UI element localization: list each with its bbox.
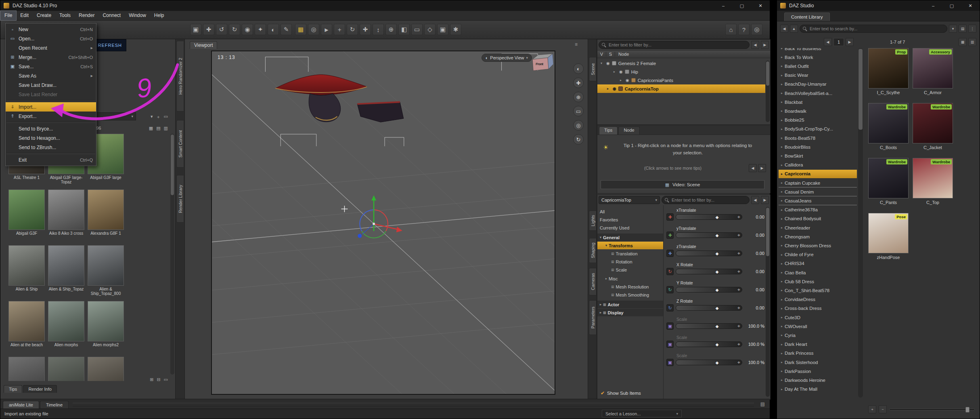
folder-blackbat[interactable]: ▸Blackbat <box>779 98 857 106</box>
param-group-favorites[interactable]: Favorites <box>597 216 663 223</box>
folder-boudoirbliss[interactable]: ▸BoudoirBliss <box>779 143 857 151</box>
file-menu-item-merge[interactable]: ⊞Merge...Ctrl+Shift+O <box>6 53 96 62</box>
scrollbar[interactable] <box>766 207 770 397</box>
maximize-button[interactable]: ▢ <box>942 0 961 11</box>
folder-dark-heart[interactable]: ▸Dark Heart <box>779 340 857 349</box>
prev-tip-icon[interactable]: ◀ <box>749 164 757 172</box>
maximize-button[interactable]: ▢ <box>733 0 751 11</box>
menu-file[interactable]: File <box>0 11 16 20</box>
menu-edit[interactable]: Edit <box>16 11 33 20</box>
search-options-icon[interactable]: ▾ <box>949 25 957 33</box>
aim-icon[interactable]: ◎ <box>308 24 319 35</box>
folder-darkwoods-heroine[interactable]: ▸Darkwoods Heroine <box>779 376 857 384</box>
menu-render[interactable]: Render <box>75 11 98 20</box>
caret-icon[interactable]: ▸ <box>781 181 783 185</box>
content-item[interactable]: PropI_C_Scythe <box>868 48 909 95</box>
prev-icon[interactable]: ◀ <box>751 196 759 204</box>
caret-icon[interactable]: ▸ <box>614 70 617 74</box>
caret-icon[interactable]: ▸ <box>781 369 783 373</box>
caret-icon[interactable]: ▸ <box>781 253 783 257</box>
nudge-icon[interactable]: ✚ <box>737 361 740 364</box>
slider-track[interactable]: ◆✚ <box>676 341 742 347</box>
param-group-general[interactable]: ▾General <box>597 234 663 241</box>
caret-icon[interactable]: ▸ <box>600 311 601 314</box>
file-menu-item-export[interactable]: ⇑Export... <box>6 112 96 121</box>
folder-boardwalk[interactable]: ▸Boardwalk <box>779 107 857 115</box>
slider-handle[interactable]: ◆ <box>716 233 719 238</box>
file-menu-item-send-to-bryce[interactable]: Send to Bryce... <box>6 124 96 133</box>
folder-darkpassion[interactable]: ▸DarkPassion <box>779 367 857 375</box>
node-select-icon[interactable]: ＋ <box>334 24 345 35</box>
folder-beachvolleyballset-a[interactable]: ▸BeachVolleyballSet-a... <box>779 89 857 97</box>
tab-tips[interactable]: Tips <box>4 385 22 393</box>
viewport-canvas[interactable]: Front 13 : 13 ◐ Perspective View ▾ <box>211 51 555 395</box>
caret-icon[interactable]: ▸ <box>781 244 783 247</box>
content-item[interactable]: WardrobeC_Pants <box>868 158 909 205</box>
visibility-icon[interactable]: ◉ <box>619 69 623 74</box>
folder-bodysuit-croptop-cy[interactable]: ▸BodySuit-CropTop-Cy... <box>779 125 857 133</box>
caret-icon[interactable]: ▸ <box>781 199 783 202</box>
dock-tab-shaping[interactable]: Shaping <box>589 238 597 263</box>
caret-icon[interactable]: ▸ <box>781 360 783 364</box>
column-selection[interactable]: S <box>606 52 615 57</box>
lesson-dropdown[interactable]: Select a Lesson... ▾ <box>602 410 682 417</box>
next-page-icon[interactable]: ▶ <box>846 38 854 46</box>
slider-handle[interactable]: ◆ <box>716 360 719 365</box>
folder-catherine3678a[interactable]: ▸Catherine3678a <box>779 206 857 214</box>
param-group-translation[interactable]: ⊞Translation <box>597 250 663 257</box>
folder-callidora[interactable]: ▸Callidora <box>779 161 857 169</box>
title-bar[interactable]: DAZ Studio 4.10 Pro –▢✕ <box>0 0 770 11</box>
folder-cherry-blossom-dress[interactable]: ▸Cherry Blossom Dress <box>779 241 857 250</box>
folder-cheongsam[interactable]: ▸Cheongsam <box>779 232 857 241</box>
content-item[interactable]: PosezHandPose <box>868 213 909 260</box>
camera-selector[interactable]: ◐ Perspective View ▾ <box>482 54 532 62</box>
slider-track[interactable]: ◆✚ <box>676 305 742 311</box>
up-icon[interactable]: ▲ <box>790 25 798 33</box>
library-thumb[interactable]: Alien & Ship_Topaz <box>48 245 84 291</box>
library-thumb[interactable]: Alien morphs2 <box>88 301 124 347</box>
folder-bobbie25[interactable]: ▸Bobbie25 <box>779 116 857 124</box>
refresh-button[interactable]: REFRESH <box>98 43 122 48</box>
dock-tab-parameters[interactable]: Parameters <box>589 300 597 335</box>
caret-icon[interactable]: ▸ <box>781 226 783 230</box>
slider-handle[interactable]: ◆ <box>716 251 719 256</box>
region-render-icon[interactable]: ▭ <box>411 24 423 35</box>
detail-view-icon[interactable]: ▥ <box>968 38 976 46</box>
grid-view-icon[interactable]: ▦ <box>149 126 153 131</box>
file-menu-item-exit[interactable]: ExitCtrl+Q <box>6 155 96 164</box>
content-item[interactable]: AccessoryC_Armor <box>913 48 953 95</box>
caret-icon[interactable]: ▸ <box>781 217 783 221</box>
file-menu-item-save-as[interactable]: Save As▸ <box>6 71 96 80</box>
next-icon[interactable]: ▶ <box>761 41 769 49</box>
caret-icon[interactable]: ▾ <box>601 61 604 65</box>
prev-page-icon[interactable]: ◀ <box>824 38 832 46</box>
library-thumb[interactable]: Alien at the beach <box>8 301 45 347</box>
param-group-misc[interactable]: ▸Misc <box>597 275 663 282</box>
transform-gizmo[interactable] <box>358 195 402 238</box>
scrollbar[interactable] <box>766 61 770 122</box>
scrollbar-thumb[interactable] <box>766 61 769 86</box>
slider-handle[interactable]: ◆ <box>716 324 719 328</box>
caret-icon[interactable]: ▸ <box>781 82 783 86</box>
caret-icon[interactable]: ▸ <box>781 352 783 355</box>
file-menu-item-save-last-draw[interactable]: Save Last Draw... <box>6 80 96 90</box>
folder-bowskirt[interactable]: ▸BowSkirt <box>779 152 857 160</box>
caret-icon[interactable]: ▸ <box>620 78 624 82</box>
caret-icon[interactable]: ▾ <box>605 244 607 247</box>
close-button[interactable]: ✕ <box>961 0 980 11</box>
column-node[interactable]: Node <box>615 52 629 57</box>
slider-track[interactable]: ◆✚ <box>676 323 742 329</box>
caret-icon[interactable]: ▸ <box>781 172 783 176</box>
library-thumb[interactable] <box>48 357 84 381</box>
library-thumb[interactable] <box>88 357 124 381</box>
pane-options-icon[interactable]: ▤ <box>760 401 765 407</box>
file-menu-item-save-last-render[interactable]: Save Last Render <box>6 90 96 99</box>
library-search-input[interactable] <box>800 25 947 33</box>
file-menu-item-new[interactable]: ▫NewCtrl+N <box>6 25 96 34</box>
rotate-tool-icon[interactable]: ↻ <box>347 24 358 35</box>
caret-icon[interactable]: ▸ <box>781 109 783 113</box>
surface-select-icon[interactable]: ◧ <box>398 24 410 35</box>
folder-ciao-bella[interactable]: ▸Ciao Bella <box>779 268 857 277</box>
content-item[interactable]: WardrobeC_Jacket <box>913 103 953 150</box>
caret-icon[interactable]: ▸ <box>600 303 601 306</box>
